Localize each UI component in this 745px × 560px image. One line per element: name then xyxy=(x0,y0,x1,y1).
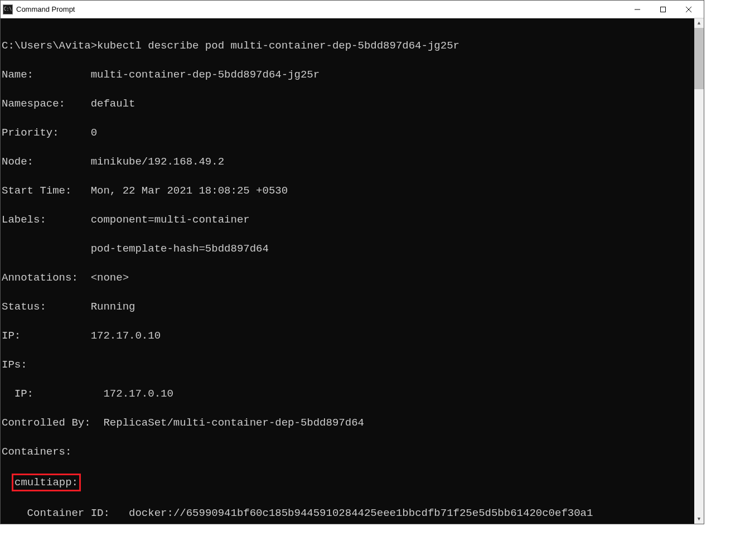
field-ips-inner-label: IP: xyxy=(2,388,33,400)
field-ip-value: 172.17.0.10 xyxy=(91,330,161,342)
maximize-button[interactable] xyxy=(650,1,676,18)
c1-cid-value: docker://65990941bf60c185b9445910284425e… xyxy=(129,507,593,519)
scrollbar-up-button[interactable]: ▲ xyxy=(694,18,704,28)
field-status-value: Running xyxy=(91,301,136,313)
field-ips-label: IPs: xyxy=(2,359,27,371)
field-containers-label: Containers: xyxy=(2,446,71,458)
titlebar[interactable]: C:\ Command Prompt xyxy=(1,1,704,18)
field-starttime-label: Start Time: xyxy=(2,185,71,197)
container-name-cmultiapp-highlight: cmultiapp: xyxy=(12,474,81,491)
scrollbar-down-button[interactable]: ▼ xyxy=(694,514,704,524)
field-namespace-value: default xyxy=(91,98,136,110)
field-ip-label: IP: xyxy=(2,330,21,342)
window-controls xyxy=(625,1,702,18)
field-name-value: multi-container-dep-5bdd897d64-jg25r xyxy=(91,69,320,81)
field-starttime-value: Mon, 22 Mar 2021 18:08:25 +0530 xyxy=(91,185,288,197)
field-priority-label: Priority: xyxy=(2,127,59,139)
field-labels-label: Labels: xyxy=(2,214,46,226)
field-priority-value: 0 xyxy=(91,127,97,139)
svg-rect-1 xyxy=(661,7,666,12)
field-status-label: Status: xyxy=(2,301,46,313)
field-name-label: Name: xyxy=(2,69,33,81)
command: kubectl describe pod multi-container-dep… xyxy=(97,40,459,52)
vertical-scrollbar[interactable]: ▲ ▼ xyxy=(694,18,704,524)
field-namespace-label: Namespace: xyxy=(2,98,65,110)
prompt: C:\Users\Avita> xyxy=(2,40,97,52)
window-frame: C:\ Command Prompt C:\Users\Avita>kubect… xyxy=(0,0,704,524)
field-controlledby-value: ReplicaSet/multi-container-dep-5bdd897d6… xyxy=(103,417,364,429)
field-node-label: Node: xyxy=(2,156,33,168)
minimize-button[interactable] xyxy=(625,1,650,18)
field-node-value: minikube/192.168.49.2 xyxy=(91,156,224,168)
field-labels-value-2: pod-template-hash=5bdd897d64 xyxy=(91,243,269,255)
field-annotations-value: <none> xyxy=(91,272,129,284)
close-button[interactable] xyxy=(676,1,702,18)
client-area: C:\Users\Avita>kubectl describe pod mult… xyxy=(1,18,704,524)
field-annotations-label: Annotations: xyxy=(2,272,78,284)
window-title: Command Prompt xyxy=(16,5,625,13)
cmd-icon: C:\ xyxy=(3,4,13,15)
scrollbar-thumb[interactable] xyxy=(694,28,704,89)
field-ips-inner-value: 172.17.0.10 xyxy=(103,388,173,400)
terminal-output[interactable]: C:\Users\Avita>kubectl describe pod mult… xyxy=(1,18,694,524)
field-controlledby-label: Controlled By: xyxy=(2,417,91,429)
field-labels-value-1: component=multi-container xyxy=(91,214,250,226)
c1-cid-label: Container ID: xyxy=(2,507,110,519)
